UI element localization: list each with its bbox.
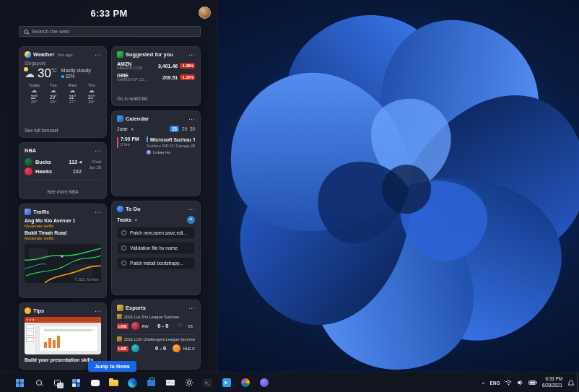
event-location: Suzhou SIP 1F Garage (Bes... — [147, 144, 195, 148]
taskbar-clock[interactable]: 6:33 PM 6/28/2021 — [542, 376, 562, 389]
forecast-day[interactable]: Tue☁ 29°26° — [44, 83, 64, 104]
vscode-button[interactable] — [219, 376, 233, 390]
todo-list-selector[interactable]: Tasks ▾ — [117, 217, 137, 223]
watchlist-link[interactable]: Go to watchlist — [117, 96, 195, 101]
weather-see-forecast-link[interactable]: See full forecast — [25, 128, 101, 133]
edge-button[interactable] — [126, 376, 139, 390]
team-score: 102 — [73, 168, 82, 175]
widgets-column-right: Suggested for you ⋯ AMZN AMAZON.COM... 3… — [111, 46, 201, 370]
nba-widget[interactable]: NBA ⋯ Bucks 113◀ Hawks 102 Fina — [19, 142, 107, 199]
forecast-day[interactable]: Today☁ 32°26° — [25, 83, 44, 104]
todo-task-row[interactable]: Patch new,open,save,edi... — [117, 227, 195, 239]
traffic-route: Ang Mo Kio Avenue 1 Moderate traffic — [25, 218, 101, 228]
esports-widget[interactable]: Esports ⋯ 2021 LoL Pro League Summer LIV… — [111, 300, 201, 370]
stock-change-badge: -1.38% — [180, 63, 195, 69]
calendar-day[interactable]: 29 — [182, 126, 187, 131]
stocks-widget[interactable]: Suggested for you ⋯ AMZN AMAZON.COM... 3… — [111, 46, 201, 106]
taskbar-icons: >_ — [13, 373, 271, 392]
more-options-icon[interactable]: ⋯ — [95, 211, 101, 214]
traffic-route: Bukit Timah Road Moderate traffic — [25, 230, 101, 240]
stocks-title: Suggested for you — [126, 51, 173, 58]
stock-price: 3,401.46 — [158, 64, 178, 69]
calendar-month[interactable]: June ▾ — [117, 126, 134, 131]
wifi-icon[interactable] — [505, 380, 512, 386]
more-options-icon[interactable]: ⋯ — [188, 118, 195, 121]
code-icon — [222, 378, 231, 387]
traffic-widget[interactable]: Traffic ⋯ Ang Mo Kio Avenue 1 Moderate t… — [19, 204, 107, 298]
volume-icon[interactable] — [517, 380, 523, 386]
calendar-widget[interactable]: Calendar ⋯ June ▾ 28 29 30 7:00 PM — [111, 110, 201, 196]
store-button[interactable] — [144, 376, 158, 390]
stock-row[interactable]: GME GAMESTOP CO... 209.51 -1.32% — [117, 73, 195, 82]
todo-widget[interactable]: To Do ⋯ Tasks ▾ + Patch new,open,save,ed… — [111, 201, 201, 295]
forecast-day[interactable]: Wed☁ 31°27° — [63, 83, 82, 104]
nba-team-row: Hawks 102 — [25, 167, 82, 175]
forecast-day[interactable]: Thu☁ 31°26° — [82, 83, 102, 104]
league-name: 2021 LCK Challengers League Summer — [124, 337, 195, 341]
start-button[interactable] — [13, 376, 27, 390]
nba-see-more-link[interactable]: See more NBA — [25, 189, 101, 194]
live-badge: LIVE — [117, 346, 129, 352]
jump-to-news-button[interactable]: Jump to News — [88, 361, 136, 372]
stock-symbol: GME — [117, 73, 147, 78]
more-options-icon[interactable]: ⋯ — [188, 208, 195, 211]
task-label: Validation file by name — [130, 245, 178, 251]
folder-icon — [109, 380, 118, 386]
windows-logo-icon — [16, 379, 24, 387]
task-label: Patch new,open,save,edi... — [130, 230, 187, 235]
team1-logo-icon — [131, 344, 139, 352]
stock-name: GAMESTOP CO... — [117, 78, 147, 82]
esports-match[interactable]: 2021 LCK Challengers League Summer LIVE … — [117, 336, 195, 354]
attendee-name: Lukas Ho — [153, 150, 171, 154]
mail-button[interactable] — [163, 376, 177, 390]
task-complete-circle[interactable] — [121, 230, 126, 235]
user-avatar[interactable] — [199, 6, 211, 19]
league-icon — [117, 314, 122, 319]
chat-button[interactable] — [88, 376, 102, 390]
discord-button[interactable] — [257, 376, 271, 390]
search-input[interactable] — [32, 28, 196, 35]
chevron-down-icon: ▾ — [131, 127, 134, 131]
taskbar-search-button[interactable] — [32, 376, 45, 390]
game-status: FinalJun 28 — [89, 160, 101, 170]
todo-task-row[interactable]: Validation file by name — [117, 242, 195, 254]
esports-title: Esports — [126, 305, 146, 311]
task-view-button[interactable] — [51, 376, 64, 390]
todo-task-row[interactable]: Patch install bootstrapp... — [117, 257, 195, 269]
calendar-day[interactable]: 30 — [190, 126, 195, 131]
terminal-button[interactable]: >_ — [201, 376, 214, 390]
widgets-button[interactable] — [69, 376, 83, 390]
more-options-icon[interactable]: ⋯ — [95, 149, 101, 152]
desktop: 6:33 PM Weather 6m ago ⋯ Singapore ☁ 30°… — [0, 0, 579, 392]
calendar-event[interactable]: 7:00 PM 2 hrs Microsoft Suzhou Toa... Su… — [117, 136, 195, 154]
web-search-bar[interactable] — [19, 26, 201, 37]
hidden-icons-chevron[interactable]: ^ — [482, 380, 485, 387]
traffic-map-image — [25, 244, 101, 283]
traffic-status: Moderate traffic — [25, 224, 101, 228]
esports-match[interactable]: 2021 LoL Pro League Summer LIVE RW 0 - 0… — [117, 313, 195, 331]
more-options-icon[interactable]: ⋯ — [188, 307, 195, 310]
add-task-button[interactable]: + — [187, 216, 195, 224]
calendar-day-selected[interactable]: 28 — [170, 126, 179, 132]
task-complete-circle[interactable] — [121, 261, 126, 266]
notifications-bell-icon[interactable] — [567, 380, 575, 386]
photos-button[interactable] — [238, 376, 252, 390]
traffic-map[interactable]: © 2021 TomTom — [25, 244, 101, 283]
language-indicator[interactable]: ENG — [489, 380, 500, 386]
tips-title: Tips — [33, 308, 44, 314]
tips-widget[interactable]: Tips ⋯ Build your presentation skills — [19, 302, 107, 370]
league-icon — [117, 336, 122, 341]
weather-widget[interactable]: Weather 6m ago ⋯ Singapore ☁ 30°C Mostly… — [19, 46, 107, 138]
stock-row[interactable]: AMZN AMAZON.COM... 3,401.46 -1.38% — [117, 61, 195, 70]
cloud-icon: ☁ — [44, 87, 64, 95]
more-options-icon[interactable]: ⋯ — [95, 310, 101, 313]
cloud-icon: ☁ — [63, 87, 82, 95]
file-explorer-button[interactable] — [107, 376, 121, 390]
terminal-icon: >_ — [203, 379, 212, 387]
task-complete-circle[interactable] — [121, 245, 126, 251]
precipitation-value: 22% — [66, 74, 75, 79]
battery-icon[interactable] — [528, 380, 537, 385]
settings-button[interactable] — [182, 376, 196, 390]
more-options-icon[interactable]: ⋯ — [95, 53, 101, 56]
more-options-icon[interactable]: ⋯ — [188, 53, 195, 56]
